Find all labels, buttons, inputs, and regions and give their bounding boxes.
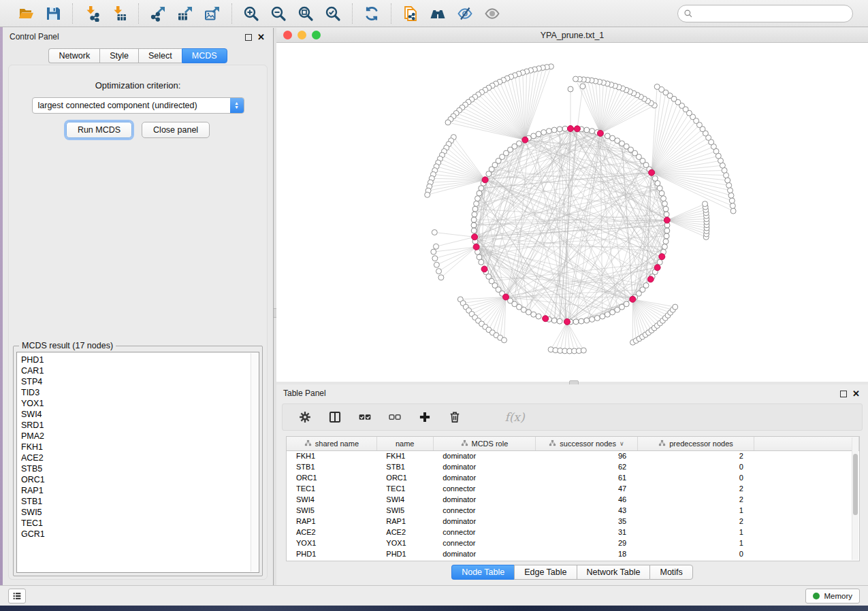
run-mcds-button[interactable]: Run MCDS — [66, 122, 132, 138]
cell-successor[interactable]: 18 — [536, 548, 638, 559]
cell-mcds_role[interactable]: dominator — [433, 472, 536, 483]
mcds-node[interactable] — [574, 126, 580, 132]
export-image-button[interactable] — [202, 3, 223, 24]
columns-button[interactable] — [327, 410, 342, 425]
cell-mcds_role[interactable]: connector — [433, 538, 536, 548]
mcds-node[interactable] — [522, 137, 528, 143]
cell-successor[interactable]: 96 — [536, 450, 638, 461]
mcds-node[interactable] — [654, 265, 660, 271]
cell-predecessor[interactable]: 2 — [637, 516, 754, 527]
network-node[interactable] — [664, 233, 669, 239]
cell-mcds_role[interactable]: dominator — [433, 548, 536, 559]
network-node[interactable] — [434, 262, 439, 267]
cell-shared_name[interactable]: FKH1 — [287, 450, 376, 461]
network-node[interactable] — [661, 196, 666, 201]
column-header-shared-name[interactable]: shared name — [287, 437, 376, 450]
cell-mcds_role[interactable]: dominator — [433, 516, 536, 527]
network-node[interactable] — [657, 186, 662, 191]
network-node[interactable] — [471, 222, 477, 228]
task-history-button[interactable] — [8, 589, 26, 604]
cell-successor[interactable]: 61 — [536, 472, 638, 483]
tab-network[interactable]: Network — [48, 48, 99, 63]
result-list-item[interactable]: RAP1 — [21, 485, 259, 496]
cell-successor[interactable]: 47 — [536, 483, 638, 494]
cell-predecessor[interactable]: 1 — [637, 527, 754, 538]
network-node[interactable] — [584, 318, 590, 323]
close-panel-button[interactable]: Close panel — [142, 122, 210, 138]
optimization-criterion-select[interactable]: largest connected component (undirected)… — [32, 97, 244, 114]
network-node[interactable] — [594, 316, 600, 321]
mcds-node[interactable] — [630, 296, 636, 302]
cell-successor[interactable]: 31 — [536, 527, 638, 538]
mcds-node[interactable] — [664, 217, 670, 223]
mcds-node[interactable] — [659, 254, 665, 260]
network-node[interactable] — [729, 198, 735, 203]
network-node[interactable] — [580, 84, 585, 89]
first-neighbors-button[interactable] — [427, 3, 449, 24]
network-node[interactable] — [536, 131, 541, 137]
network-node[interactable] — [654, 84, 660, 90]
network-node[interactable] — [431, 249, 436, 254]
cell-shared_name[interactable]: STB1 — [287, 461, 376, 472]
cell-name[interactable]: SWI4 — [376, 494, 433, 505]
cell-mcds_role[interactable]: dominator — [433, 450, 536, 461]
zoom-in-button[interactable] — [240, 3, 262, 24]
float-panel-icon[interactable] — [245, 34, 252, 41]
network-node[interactable] — [673, 304, 678, 310]
network-node[interactable] — [562, 126, 568, 131]
cell-predecessor[interactable]: 0 — [637, 548, 754, 559]
table-row[interactable]: SWI4SWI4dominator462 — [287, 494, 859, 505]
network-node[interactable] — [730, 203, 735, 209]
network-node[interactable] — [479, 186, 484, 191]
cell-empty[interactable] — [754, 548, 859, 559]
result-list-item[interactable]: PHD1 — [21, 354, 259, 365]
tab-mcds[interactable]: MCDS — [182, 48, 227, 63]
mcds-node[interactable] — [564, 318, 570, 325]
search-box[interactable] — [677, 5, 853, 22]
result-list-item[interactable]: SRD1 — [21, 420, 259, 431]
network-node[interactable] — [557, 318, 562, 324]
network-node[interactable] — [526, 310, 531, 315]
cell-shared_name[interactable]: TEC1 — [287, 483, 376, 494]
cell-successor[interactable]: 62 — [536, 461, 638, 472]
network-node[interactable] — [584, 127, 590, 133]
result-list-item[interactable]: PMA2 — [21, 431, 259, 442]
zoom-selected-button[interactable] — [322, 3, 344, 24]
result-list-item[interactable]: ORC1 — [21, 474, 259, 485]
cell-successor[interactable]: 35 — [536, 516, 638, 527]
network-canvas[interactable] — [276, 43, 868, 382]
mcds-node[interactable] — [568, 126, 574, 132]
network-node[interactable] — [610, 135, 615, 141]
network-node[interactable] — [551, 127, 557, 133]
table-row[interactable]: ACE2ACE2connector311 — [287, 527, 859, 538]
cell-name[interactable]: TEC1 — [376, 483, 433, 494]
network-node[interactable] — [573, 76, 579, 82]
mcds-node[interactable] — [597, 130, 603, 136]
network-node[interactable] — [472, 206, 478, 212]
import-table-button[interactable] — [108, 3, 130, 24]
cell-shared_name[interactable]: RAP1 — [287, 516, 376, 527]
float-panel-icon[interactable] — [840, 391, 847, 397]
zoom-fit-button[interactable] — [295, 3, 317, 24]
minimize-window-light[interactable] — [298, 31, 306, 39]
cell-shared_name[interactable]: ORC1 — [287, 472, 376, 483]
network-node[interactable] — [725, 178, 730, 183]
cell-name[interactable]: RAP1 — [376, 516, 433, 527]
network-node[interactable] — [445, 120, 451, 125]
cell-shared_name[interactable]: SWI4 — [287, 494, 376, 505]
tab-network-table[interactable]: Network Table — [577, 565, 650, 580]
cell-predecessor[interactable]: 1 — [637, 538, 754, 548]
network-node[interactable] — [590, 316, 595, 322]
network-node[interactable] — [728, 188, 733, 193]
cell-empty[interactable] — [754, 483, 859, 494]
close-panel-icon[interactable]: ✕ — [257, 33, 266, 42]
column-header-name[interactable]: name — [376, 437, 433, 450]
result-list-item[interactable]: FKH1 — [21, 442, 259, 452]
result-list-item[interactable]: SWI5 — [21, 507, 259, 518]
cell-empty[interactable] — [754, 472, 859, 483]
cell-successor[interactable]: 46 — [536, 494, 638, 505]
import-network-button[interactable] — [81, 3, 103, 24]
cell-predecessor[interactable]: 2 — [637, 494, 754, 505]
network-node[interactable] — [662, 201, 667, 206]
export-network-button[interactable] — [147, 3, 169, 24]
